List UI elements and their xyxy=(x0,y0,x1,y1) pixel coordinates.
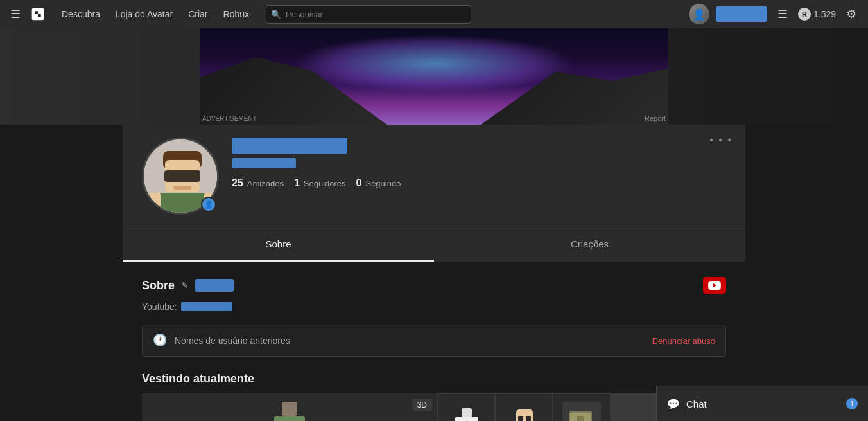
roblox-logo[interactable] xyxy=(28,4,48,24)
3d-badge: 3D xyxy=(412,399,432,411)
banner-inner: ADVERTISEMENT Report xyxy=(200,28,668,125)
previous-names-row: 🕐 Nomes de usuário anteriores Denunciar … xyxy=(142,325,726,357)
chat-icons: 1 xyxy=(846,398,858,409)
svg-rect-11 xyxy=(282,402,297,416)
banner-area: ADVERTISEMENT Report xyxy=(0,28,868,125)
following-label: Seguindo xyxy=(365,179,401,188)
followers-count: 1 xyxy=(294,177,300,189)
following-count: 0 xyxy=(356,177,362,189)
svg-rect-21 xyxy=(455,417,460,421)
status-badge: 👤 xyxy=(201,197,216,212)
about-title: Sobre xyxy=(142,279,175,292)
username-blurred xyxy=(232,138,347,154)
search-bar: 🔍 xyxy=(266,5,471,24)
ad-label: ADVERTISEMENT xyxy=(202,115,257,122)
svg-rect-31 xyxy=(577,416,584,422)
profile-stats: 25 Amizades 1 Seguidores 0 Seguindo xyxy=(232,177,726,189)
robux-amount: 1.529 xyxy=(813,9,836,19)
wearing-item-3[interactable] xyxy=(553,393,611,421)
svg-rect-19 xyxy=(462,408,472,417)
wearing-item-2[interactable] xyxy=(495,393,553,421)
profile-tabs: Sobre Criações xyxy=(123,228,745,262)
section-title-row: Sobre ✎ xyxy=(142,279,234,292)
chat-label: Chat xyxy=(686,399,707,409)
nav-discover[interactable]: Descubra xyxy=(55,5,107,23)
handle-blurred xyxy=(232,158,296,168)
profile-avatar-wrapper: 👤 xyxy=(142,138,219,215)
svg-rect-13 xyxy=(274,416,281,422)
svg-rect-20 xyxy=(460,417,474,421)
nav-robux[interactable]: Robux xyxy=(217,5,256,23)
nav-right: 👤 ☰ R 1.529 ⚙ xyxy=(689,4,860,24)
stat-friends: 25 Amizades xyxy=(232,177,284,189)
chat-left: 💬 Chat xyxy=(667,398,707,410)
settings-icon[interactable]: ⚙ xyxy=(842,4,860,24)
followers-label: Seguidores xyxy=(304,179,346,188)
user-avatar-nav[interactable]: 👤 xyxy=(689,4,709,24)
chat-bubble-icon: 💬 xyxy=(667,398,680,410)
more-options-button[interactable]: • • • xyxy=(709,134,733,146)
svg-rect-12 xyxy=(281,416,299,422)
navbar: ☰ Descubra Loja do Avatar Criar Robux 🔍 … xyxy=(0,0,868,28)
svg-rect-22 xyxy=(473,417,478,421)
svg-rect-7 xyxy=(173,186,191,190)
about-header: Sobre ✎ xyxy=(142,277,726,294)
aurora-effect xyxy=(293,35,575,93)
youtube-link-blurred[interactable] xyxy=(181,302,232,311)
edit-about-icon[interactable]: ✎ xyxy=(181,280,189,291)
search-input[interactable] xyxy=(266,5,471,24)
tab-criacoes[interactable]: Criações xyxy=(434,228,745,262)
youtube-badge[interactable] xyxy=(703,277,726,294)
wearing-grid: 3D xyxy=(142,393,726,421)
svg-rect-27 xyxy=(526,416,531,421)
item-placeholder-3 xyxy=(562,402,601,422)
prev-names-left: 🕐 Nomes de usuário anteriores xyxy=(153,333,290,348)
profile-info: 25 Amizades 1 Seguidores 0 Seguindo xyxy=(232,138,726,189)
svg-rect-14 xyxy=(298,416,305,422)
svg-rect-2 xyxy=(38,14,41,17)
svg-rect-6 xyxy=(164,170,200,182)
svg-rect-8 xyxy=(160,193,205,215)
stat-following: 0 Seguindo xyxy=(356,177,401,189)
wearing-3d-preview[interactable]: 3D xyxy=(142,393,437,421)
messages-icon[interactable]: ☰ xyxy=(774,4,792,24)
history-icon: 🕐 xyxy=(153,333,168,348)
friends-label: Amizades xyxy=(247,179,284,188)
chat-badge: 1 xyxy=(846,398,858,409)
friends-count: 25 xyxy=(232,177,243,189)
nav-create[interactable]: Criar xyxy=(182,5,214,23)
search-icon: 🔍 xyxy=(271,10,281,19)
report-button[interactable]: Report xyxy=(645,114,666,122)
stat-followers: 1 Seguidores xyxy=(294,177,346,189)
wearing-item-1[interactable] xyxy=(437,393,495,421)
chat-box[interactable]: 💬 Chat 1 xyxy=(656,386,868,421)
svg-rect-1 xyxy=(35,11,38,14)
banner-background xyxy=(200,28,668,125)
nav-username-covered xyxy=(716,6,767,22)
avatar-image: 👤 xyxy=(689,4,709,24)
nav-links: Descubra Loja do Avatar Criar Robux xyxy=(55,5,256,23)
profile-content: Sobre ✎ Youtube: 🕐 Nomes de usuário ante… xyxy=(123,262,745,421)
tab-sobre[interactable]: Sobre xyxy=(123,228,434,262)
hamburger-menu[interactable]: ☰ xyxy=(8,4,23,24)
profile-section: 👤 25 Amizades 1 Seguidores 0 Seguindo • … xyxy=(123,125,745,228)
svg-rect-26 xyxy=(518,416,523,421)
svg-rect-9 xyxy=(149,193,161,212)
about-text: Youtube: xyxy=(142,301,726,312)
youtube-label: Youtube: xyxy=(142,301,177,312)
robux-icon: R xyxy=(798,8,811,21)
decoration-blue xyxy=(195,279,234,292)
wearing-title: Vestindo atualmente xyxy=(142,372,726,386)
prev-names-label: Nomes de usuário anteriores xyxy=(175,336,290,346)
robux-display[interactable]: R 1.529 xyxy=(798,8,836,21)
report-abuse-button[interactable]: Denunciar abuso xyxy=(652,336,715,346)
nav-avatar-shop[interactable]: Loja do Avatar xyxy=(109,5,179,23)
